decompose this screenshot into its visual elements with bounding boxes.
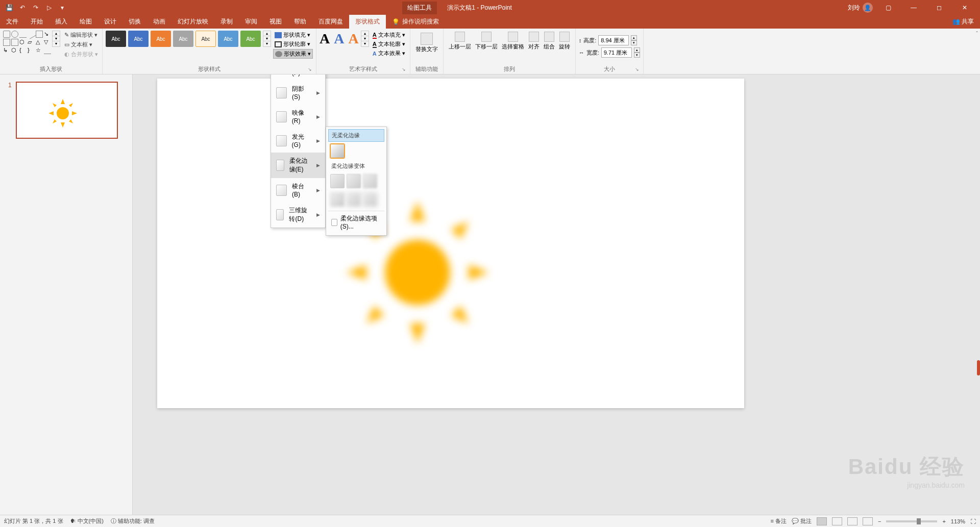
minimize-icon[interactable]: —	[903, 0, 924, 15]
tab-help[interactable]: 帮助	[288, 15, 312, 29]
scroll-up-icon[interactable]: ▴	[53, 31, 60, 36]
shape-style-gallery[interactable]: Abc Abc Abc Abc Abc Abc Abc	[106, 31, 261, 47]
scroll-down-icon[interactable]: ▾	[53, 36, 60, 41]
spin-down-icon[interactable]: ▾	[631, 40, 637, 45]
menu-item-preset[interactable]: 预设(P)▶	[271, 74, 325, 81]
menu-item-glow[interactable]: 发光(G)▶	[271, 129, 325, 153]
wordart-gallery[interactable]: A A A	[320, 31, 359, 47]
style-thumb[interactable]: Abc	[106, 31, 126, 47]
scroll-up-icon[interactable]: ▴	[361, 31, 369, 36]
style-thumb[interactable]: Abc	[240, 31, 261, 47]
shape-icon[interactable]	[44, 47, 51, 54]
user-account[interactable]: 刘玲 👤	[848, 3, 873, 13]
wordart-gallery-scroll[interactable]: ▴ ▾ ▾	[361, 31, 369, 47]
gallery-more-icon[interactable]: ▾	[53, 41, 60, 46]
zoom-slider[interactable]	[886, 520, 937, 522]
wordart-thumb[interactable]: A	[334, 31, 344, 47]
tab-transitions[interactable]: 切换	[122, 15, 147, 29]
style-thumb[interactable]: Abc	[218, 31, 238, 47]
shape-icon[interactable]: ▽	[44, 39, 51, 46]
shape-icon[interactable]	[11, 31, 18, 38]
send-backward-button[interactable]: 下移一层	[473, 31, 500, 52]
text-fill-button[interactable]: A文本填充 ▾	[371, 31, 407, 39]
shape-icon[interactable]: △	[36, 39, 43, 46]
slide-thumbnail-1[interactable]: 1	[8, 82, 124, 139]
slide-count[interactable]: 幻灯片 第 1 张，共 1 张	[4, 517, 63, 525]
gallery-more-icon[interactable]: ▾	[263, 41, 271, 46]
shape-icon[interactable]	[11, 39, 18, 46]
zoom-out-button[interactable]: −	[878, 518, 881, 524]
spin-down-icon[interactable]: ▾	[634, 53, 640, 58]
save-icon[interactable]: 💾	[5, 4, 13, 12]
collapse-ribbon-button[interactable]: ˆ	[974, 29, 980, 74]
wordart-thumb[interactable]: A	[320, 31, 330, 47]
height-input[interactable]	[598, 35, 629, 45]
soft-edges-variant-5[interactable]	[347, 192, 361, 207]
tab-shape-format[interactable]: 形状格式	[349, 15, 386, 29]
maximize-icon[interactable]: ◻	[929, 0, 949, 15]
tell-me-search[interactable]: 💡 操作说明搜索	[386, 15, 445, 29]
shape-icon[interactable]: }	[28, 47, 35, 54]
vertical-scrollbar-thumb[interactable]	[977, 360, 980, 375]
comments-button[interactable]: 💬 批注	[792, 517, 812, 525]
wordart-thumb[interactable]: A	[348, 31, 358, 47]
spin-up-icon[interactable]: ▴	[631, 35, 637, 40]
zoom-level[interactable]: 113%	[951, 518, 965, 524]
style-thumb[interactable]: Abc	[173, 31, 193, 47]
menu-item-soft-edges[interactable]: 柔化边缘(E)▶	[271, 153, 325, 178]
zoom-slider-thumb[interactable]	[917, 518, 921, 524]
edit-shape-button[interactable]: ✎编辑形状 ▾	[63, 31, 99, 39]
menu-item-bevel[interactable]: 棱台(B)▶	[271, 178, 325, 202]
shape-fill-button[interactable]: 形状填充 ▾	[273, 31, 313, 39]
soft-edges-none[interactable]	[330, 144, 345, 158]
dialog-launcher-icon[interactable]: ↘	[401, 67, 407, 73]
shape-effects-button[interactable]: 形状效果 ▾	[273, 49, 313, 59]
tab-file[interactable]: 文件	[0, 15, 24, 29]
menu-item-reflection[interactable]: 映像(R)▶	[271, 105, 325, 129]
bring-forward-button[interactable]: 上移一层	[447, 31, 473, 52]
accessibility-status[interactable]: ⓘ 辅助功能: 调查	[111, 517, 155, 525]
width-input[interactable]	[601, 47, 632, 58]
tab-view[interactable]: 视图	[263, 15, 288, 29]
shape-icon[interactable]	[26, 29, 36, 39]
style-gallery-scroll[interactable]: ▴ ▾ ▾	[263, 31, 271, 47]
shape-icon[interactable]: {	[19, 47, 27, 54]
soft-edges-options[interactable]: 柔化边缘选项(S)...	[328, 211, 384, 233]
tab-draw[interactable]: 绘图	[74, 15, 98, 29]
scroll-down-icon[interactable]: ▾	[263, 36, 271, 41]
tab-slideshow[interactable]: 幻灯片放映	[172, 15, 214, 29]
tab-record[interactable]: 录制	[214, 15, 239, 29]
shape-icon[interactable]: ▱	[28, 39, 35, 46]
tab-home[interactable]: 开始	[24, 15, 49, 29]
tab-baidu[interactable]: 百度网盘	[312, 15, 349, 29]
textbox-button[interactable]: ▭文本框 ▾	[63, 40, 99, 49]
zoom-in-button[interactable]: +	[942, 518, 945, 524]
spin-up-icon[interactable]: ▴	[634, 47, 640, 53]
tab-design[interactable]: 设计	[98, 15, 122, 29]
style-thumb[interactable]: Abc	[151, 31, 171, 47]
soft-edges-variant-2[interactable]	[347, 174, 361, 188]
shape-icon[interactable]: ↘	[44, 31, 51, 38]
redo-icon[interactable]: ↷	[32, 4, 40, 12]
align-button[interactable]: 对齐	[526, 31, 542, 52]
shape-icon[interactable]	[19, 31, 27, 38]
soft-edges-variant-1[interactable]	[330, 174, 345, 188]
text-outline-button[interactable]: A文本轮廓 ▾	[371, 40, 407, 48]
scroll-up-icon[interactable]: ▴	[263, 31, 271, 36]
shape-icon[interactable]	[36, 31, 43, 38]
language-status[interactable]: 🗣 中文(中国)	[70, 517, 104, 525]
shape-icon[interactable]: ↳	[3, 47, 10, 54]
soft-edges-variant-6[interactable]	[363, 192, 377, 207]
reading-view-button[interactable]	[847, 517, 857, 525]
shapes-gallery[interactable]: ↘ ⬡ ▱ △ ▽ ↳ ⬡ { } ☆	[3, 31, 51, 54]
tab-review[interactable]: 审阅	[239, 15, 263, 29]
shape-outline-button[interactable]: 形状轮廓 ▾	[273, 40, 313, 48]
shape-icon[interactable]	[3, 39, 10, 46]
slideshow-view-button[interactable]	[863, 517, 873, 525]
qat-customize-icon[interactable]: ▾	[58, 4, 66, 12]
group-button[interactable]: 组合	[542, 31, 557, 52]
soft-edges-variant-4[interactable]	[330, 192, 345, 207]
fit-to-window-button[interactable]: ⛶	[970, 518, 976, 524]
shape-icon[interactable]	[3, 31, 10, 38]
alt-text-button[interactable]: 替换文字	[413, 31, 440, 55]
